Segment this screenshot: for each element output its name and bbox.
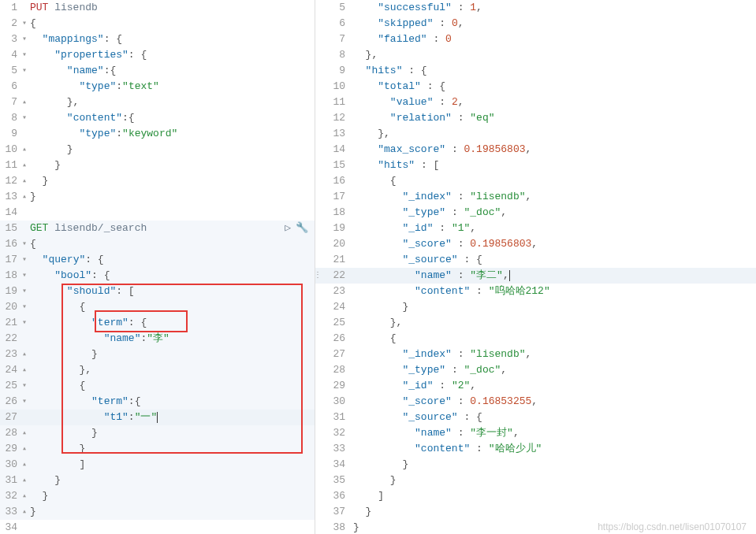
line-number: 10 <box>315 79 353 95</box>
wrench-icon[interactable]: 🔧 <box>296 221 308 236</box>
line-number: 6 <box>315 16 353 32</box>
line-number: 13 <box>315 126 353 142</box>
line-number: 23 <box>315 284 353 299</box>
line-number: 27 <box>0 410 22 425</box>
line-number: 30 <box>0 457 22 473</box>
line-number: 14 <box>315 142 353 158</box>
line-number: 17 <box>315 189 353 205</box>
line-number: 19 <box>315 221 353 236</box>
line-number: 11 <box>0 158 22 173</box>
line-number: 8 <box>315 47 353 63</box>
line-number: 34 <box>0 520 22 534</box>
request-editor-pane[interactable]: 1 PUT lisendb 2▾{ 3▾ "mappings": { 4▾ "p… <box>0 0 315 534</box>
line-number: 35 <box>315 473 353 488</box>
line-number: 29 <box>315 378 353 394</box>
line-number: 16 <box>0 236 22 252</box>
line-number: 5 <box>315 0 353 16</box>
line-number: 32 <box>315 425 353 441</box>
line-number: 30 <box>315 394 353 410</box>
line-number: 20 <box>315 236 353 252</box>
line-number: 25 <box>315 315 353 331</box>
line-number: 15 <box>315 158 353 173</box>
line-number: 7 <box>315 32 353 47</box>
line-number: 13 <box>0 189 22 205</box>
line-number: 1 <box>0 0 22 16</box>
line-number: 19 <box>0 284 22 299</box>
line-number: 17 <box>0 252 22 268</box>
line-number: 5 <box>0 63 22 79</box>
line-number: 7 <box>0 95 22 110</box>
run-query-icon[interactable]: ▷ <box>285 221 291 236</box>
response-viewer-pane[interactable]: 5 "successful" : 1, 6 "skipped" : 0, 7 "… <box>315 0 756 534</box>
response-code[interactable]: 5 "successful" : 1, 6 "skipped" : 0, 7 "… <box>315 0 756 534</box>
search-path: lisendb/_search <box>54 222 147 234</box>
line-number: 24 <box>315 299 353 315</box>
http-method-get: GET <box>30 222 48 234</box>
gutter-drag-icon[interactable]: ⋮ <box>315 268 322 284</box>
line-number: 11 <box>315 95 353 110</box>
line-number: 12 <box>0 173 22 189</box>
line-number: 18 <box>315 205 353 221</box>
line-number: 16 <box>315 173 353 189</box>
line-number: 21 <box>0 315 22 331</box>
line-number: 21 <box>315 252 353 268</box>
line-number: 25 <box>0 378 22 394</box>
request-code[interactable]: 1 PUT lisendb 2▾{ 3▾ "mappings": { 4▾ "p… <box>0 0 315 534</box>
line-number: 10 <box>0 142 22 158</box>
line-number: 28 <box>0 425 22 441</box>
line-number: 33 <box>315 441 353 457</box>
http-method-put: PUT <box>30 2 48 13</box>
line-number: 38 <box>315 520 353 534</box>
line-number: 24 <box>0 362 22 378</box>
line-number: 2 <box>0 16 22 32</box>
line-number: 32 <box>0 488 22 504</box>
line-number: 3 <box>0 32 22 47</box>
line-number: 29 <box>0 441 22 457</box>
line-number: 28 <box>315 362 353 378</box>
line-number: 8 <box>0 110 22 126</box>
line-number: 36 <box>315 488 353 504</box>
line-number: 18 <box>0 268 22 284</box>
line-number: 22 <box>0 331 22 347</box>
line-number: 9 <box>315 63 353 79</box>
line-number: 12 <box>315 110 353 126</box>
line-number: 31 <box>0 473 22 488</box>
line-number: 6 <box>0 79 22 95</box>
line-number: 26 <box>315 331 353 347</box>
line-number: 34 <box>315 457 353 473</box>
line-number: 4 <box>0 47 22 63</box>
line-number: 14 <box>0 205 22 221</box>
line-number: 20 <box>0 299 22 315</box>
line-number: 23 <box>0 347 22 362</box>
watermark-text: https://blog.csdn.net/lisen01070107 <box>598 521 747 532</box>
line-number: 37 <box>315 504 353 520</box>
line-number: 27 <box>315 347 353 362</box>
line-number: 26 <box>0 394 22 410</box>
request-path: lisendb <box>54 2 98 13</box>
line-number: 15 <box>0 221 22 236</box>
line-number: 31 <box>315 410 353 425</box>
line-number: 9 <box>0 126 22 142</box>
line-number: 33 <box>0 504 22 520</box>
